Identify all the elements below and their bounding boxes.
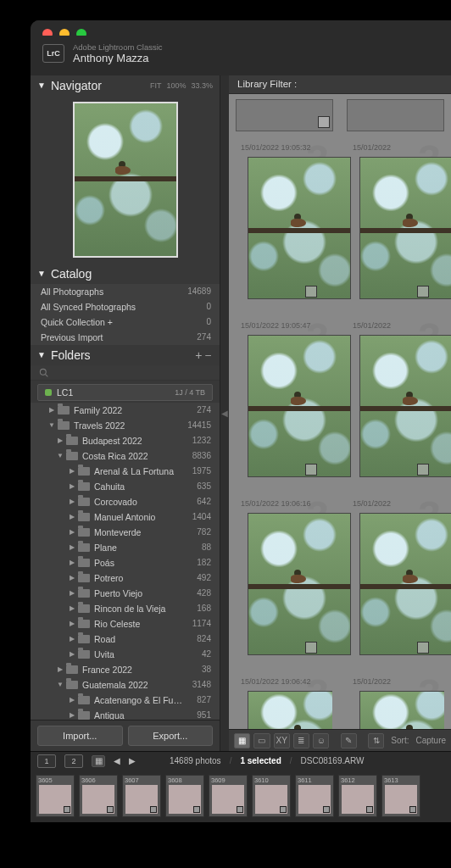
zoom-controls[interactable]: FIT 100% 33.3% — [150, 81, 213, 90]
grid-cell[interactable]: 15/01/20223 — [348, 496, 444, 664]
collapse-left-panel[interactable]: ◀ — [220, 75, 229, 751]
filmstrip-thumb[interactable]: 3607 — [122, 775, 161, 817]
thumbnail[interactable] — [248, 691, 332, 729]
disclosure-icon[interactable]: ▶ — [68, 604, 76, 612]
folder-menu-icon[interactable]: – — [203, 349, 213, 361]
folder-row[interactable]: ▶Family 2022274 — [31, 403, 220, 418]
disclosure-icon[interactable]: ▶ — [68, 574, 76, 581]
folder-row[interactable]: ▶Road824 — [31, 632, 220, 647]
grid-cell[interactable]: 15/01/2022 19:05:323 — [236, 140, 332, 308]
nav-back-icon[interactable]: ◀ — [114, 756, 120, 765]
filmstrip-thumb[interactable]: 3609 — [209, 775, 248, 817]
grid-view-icon[interactable]: ▦ — [234, 733, 250, 748]
catalog-header[interactable]: ▼ Catalog — [31, 264, 220, 284]
export-button[interactable]: Export... — [128, 726, 214, 746]
grid-cell[interactable]: 15/01/20223 — [348, 140, 444, 308]
folder-row[interactable]: ▶Rincon de la Vieja168 — [31, 601, 220, 616]
disclosure-icon[interactable]: ▶ — [68, 513, 76, 520]
grid-cell[interactable]: 15/01/20223 — [348, 674, 444, 729]
thumbnail[interactable] — [248, 335, 351, 477]
filmstrip-thumb[interactable]: 3606 — [79, 775, 118, 817]
disclosure-icon[interactable]: ▼ — [47, 421, 56, 429]
disclosure-icon[interactable]: ▶ — [56, 437, 64, 444]
folder-row[interactable]: ▼Travels 202214415 — [31, 418, 220, 433]
disclosure-icon[interactable]: ▶ — [68, 635, 76, 643]
filmstrip-thumb[interactable]: 3608 — [165, 775, 204, 817]
grid-cell[interactable] — [236, 99, 333, 131]
folder-row[interactable]: ▶Puerto Viejo428 — [31, 586, 220, 601]
disclosure-icon[interactable]: ▶ — [56, 665, 64, 673]
folder-row[interactable]: ▶Antigua951 — [31, 708, 220, 720]
import-button[interactable]: Import... — [37, 726, 123, 746]
grid-cell[interactable]: 15/01/2022 19:06:423 — [236, 674, 332, 729]
filmstrip-thumb[interactable]: 3611 — [295, 775, 334, 817]
grid-cell[interactable]: 15/01/20223 — [348, 318, 444, 486]
thumbnail[interactable] — [359, 157, 451, 299]
filmstrip-thumb[interactable]: 3612 — [338, 775, 377, 817]
navigator-header[interactable]: ▼ Navigator FIT 100% 33.3% — [31, 75, 220, 96]
folder-row[interactable]: ▼Guatemala 20223148 — [31, 677, 220, 693]
filmstrip-thumb[interactable]: 3610 — [252, 775, 291, 817]
add-folder-icon[interactable]: + — [193, 348, 203, 362]
disclosure-icon[interactable]: ▶ — [68, 482, 76, 490]
folder-row[interactable]: ▶Poás182 — [31, 555, 220, 570]
disclosure-icon[interactable]: ▼ — [56, 452, 64, 459]
folder-row[interactable]: ▶Cahuita635 — [31, 479, 220, 494]
people-view-icon[interactable]: ☺ — [313, 733, 329, 748]
disclosure-icon[interactable]: ▶ — [68, 498, 76, 505]
disclosure-icon[interactable]: ▶ — [47, 406, 56, 414]
main-window-icon[interactable]: 1 — [37, 754, 56, 768]
zoom-100[interactable]: 100% — [166, 81, 186, 90]
volume-row[interactable]: LC1 1J / 4 TB — [37, 384, 213, 401]
folder-row[interactable]: ▶Corcovado642 — [31, 494, 220, 509]
disclosure-icon[interactable]: ▶ — [68, 620, 76, 627]
navigator-preview[interactable] — [31, 96, 220, 264]
disclosure-icon[interactable]: ▼ — [56, 681, 64, 688]
filmstrip-thumb[interactable]: 3613 — [381, 775, 420, 817]
folders-header[interactable]: ▼ Folders + – — [31, 345, 220, 365]
folder-row[interactable]: ▶Uvita42 — [31, 647, 220, 662]
loupe-view-icon[interactable]: ▭ — [253, 733, 270, 748]
sort-direction-icon[interactable]: ⇅ — [368, 733, 384, 748]
catalog-item[interactable]: Quick Collection +0 — [31, 314, 220, 330]
thumbnail[interactable] — [359, 691, 444, 729]
disclosure-icon[interactable]: ▶ — [68, 543, 76, 551]
folder-row[interactable]: ▶France 202238 — [31, 662, 220, 677]
zoom-custom[interactable]: 33.3% — [191, 81, 213, 90]
grid-cell[interactable] — [347, 99, 444, 131]
folder-tree[interactable]: ▶Family 2022274▼Travels 202214415▶Budape… — [31, 403, 220, 720]
thumbnail[interactable] — [359, 335, 451, 477]
second-window-icon[interactable]: 2 — [64, 754, 83, 768]
disclosure-icon[interactable]: ▶ — [68, 528, 76, 536]
folder-row[interactable]: ▶Arenal & La Fortuna1975 — [31, 464, 220, 479]
folder-row[interactable]: ▶Monteverde782 — [31, 525, 220, 540]
grid-small-icon[interactable]: ▦ — [92, 755, 105, 767]
thumbnail[interactable] — [248, 157, 351, 299]
folder-row[interactable]: ▶Potrero492 — [31, 570, 220, 586]
disclosure-icon[interactable]: ▶ — [68, 711, 76, 719]
disclosure-icon[interactable]: ▶ — [68, 650, 76, 658]
folder-search[interactable] — [31, 365, 220, 381]
grid-view[interactable]: 15/01/2022 19:05:32315/01/2022315/01/202… — [229, 94, 451, 729]
painter-icon[interactable]: ✎ — [341, 733, 357, 748]
compare-view-icon[interactable]: XY — [274, 733, 290, 748]
grid-cell[interactable]: 15/01/2022 19:05:473 — [236, 318, 332, 486]
disclosure-icon[interactable]: ▶ — [68, 467, 76, 475]
folder-row[interactable]: ▶Rio Celeste1174 — [31, 616, 220, 632]
disclosure-icon[interactable]: ▶ — [68, 589, 76, 597]
disclosure-icon[interactable]: ▶ — [68, 696, 76, 704]
thumbnail[interactable] — [248, 513, 351, 655]
folder-row[interactable]: ▶Plane88 — [31, 540, 220, 555]
filmstrip[interactable]: 360536063607360836093610361136123613 — [31, 770, 451, 822]
disclosure-icon[interactable]: ▶ — [68, 559, 76, 566]
nav-fwd-icon[interactable]: ▶ — [129, 756, 136, 765]
folder-row[interactable]: ▶Budapest 20221232 — [31, 433, 220, 448]
zoom-fit[interactable]: FIT — [150, 81, 162, 90]
thumbnail[interactable] — [359, 513, 451, 655]
catalog-item[interactable]: Previous Import274 — [31, 330, 220, 345]
sort-value[interactable]: Capture — [415, 736, 446, 745]
folder-row[interactable]: ▼Costa Rica 20228836 — [31, 448, 220, 464]
filmstrip-thumb[interactable]: 3605 — [36, 775, 75, 817]
folder-row[interactable]: ▶Acatenango & El Fuego827 — [31, 693, 220, 708]
window-traffic-lights[interactable] — [31, 20, 451, 36]
